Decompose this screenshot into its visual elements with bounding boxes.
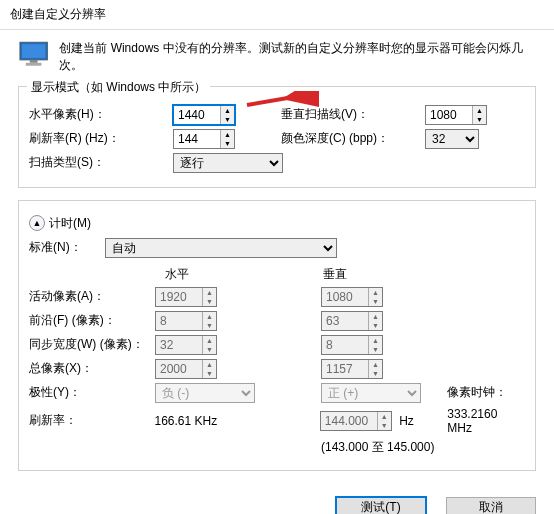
scan-type-label: 扫描类型(S)： — [29, 154, 165, 171]
spin-down-icon[interactable]: ▼ — [473, 115, 486, 124]
spin-up-icon[interactable]: ▲ — [473, 106, 486, 115]
pixel-clock-label: 像素时钟： — [447, 384, 507, 401]
intro-section: 创建当前 Windows 中没有的分辨率。测试新的自定义分辨率时您的显示器可能会… — [18, 40, 536, 74]
v-scanlines-label: 垂直扫描线(V)： — [281, 106, 417, 123]
standard-label: 标准(N)： — [29, 239, 97, 256]
col-v-header: 垂直 — [323, 266, 481, 283]
range-hint: (143.000 至 145.000) — [321, 439, 434, 456]
titlebar: 创建自定义分辨率 — [0, 0, 554, 30]
color-label: 颜色深度(C) (bpp)： — [281, 130, 417, 147]
display-mode-group: 显示模式（如 Windows 中所示） 水平像素(H)： ▲▼ 垂直扫描线(V)… — [18, 86, 536, 188]
active-v: ▲▼ — [321, 287, 383, 307]
test-button[interactable]: 测试(T) — [336, 497, 426, 514]
v-scanlines-input[interactable]: ▲▼ — [425, 105, 487, 125]
spin-down-icon[interactable]: ▼ — [221, 139, 234, 148]
display-mode-legend: 显示模式（如 Windows 中所示） — [27, 79, 210, 96]
collapse-icon[interactable]: ▲ — [29, 215, 45, 231]
h-pixels-input[interactable]: ▲▼ — [173, 105, 235, 125]
button-bar: 测试(T) 取消 — [0, 489, 554, 514]
sync-v: ▲▼ — [321, 335, 383, 355]
front-label: 前沿(F) (像素)： — [29, 312, 147, 329]
h-pixels-label: 水平像素(H)： — [29, 106, 165, 123]
spin-down-icon[interactable]: ▼ — [221, 115, 234, 124]
svg-rect-1 — [22, 44, 45, 58]
active-label: 活动像素(A)： — [29, 288, 147, 305]
total-label: 总像素(X)： — [29, 360, 147, 377]
standard-select[interactable]: 自动 — [105, 238, 337, 258]
svg-rect-3 — [26, 63, 42, 66]
svg-line-5 — [247, 93, 317, 105]
polarity-label: 极性(Y)： — [29, 384, 147, 401]
polarity-v: 正 (+) — [321, 383, 421, 403]
cancel-button[interactable]: 取消 — [446, 497, 536, 514]
color-depth-select[interactable]: 32 — [425, 129, 479, 149]
spin-up-icon[interactable]: ▲ — [221, 130, 234, 139]
intro-text: 创建当前 Windows 中没有的分辨率。测试新的自定义分辨率时您的显示器可能会… — [59, 40, 536, 74]
spin-up-icon[interactable]: ▲ — [221, 106, 234, 115]
hz-unit: Hz — [399, 414, 414, 428]
refresh-v-input: ▲▼ — [320, 411, 392, 431]
total-v: ▲▼ — [321, 359, 383, 379]
window-title: 创建自定义分辨率 — [10, 7, 106, 21]
scan-type-select[interactable]: 逐行 — [173, 153, 283, 173]
timing-legend: 计时(M) — [49, 215, 91, 232]
polarity-h: 负 (-) — [155, 383, 255, 403]
total-h: ▲▼ — [155, 359, 217, 379]
monitor-icon — [18, 40, 49, 68]
refresh-input[interactable]: ▲▼ — [173, 129, 235, 149]
svg-rect-2 — [30, 60, 38, 63]
sync-label: 同步宽度(W) (像素)： — [29, 336, 147, 353]
col-h-header: 水平 — [165, 266, 323, 283]
front-h: ▲▼ — [155, 311, 217, 331]
timing-group: ▲ 计时(M) 标准(N)： 自动 水平 垂直 活动像素(A)： ▲▼ ▲▼ 前… — [18, 200, 536, 471]
refresh-label: 刷新率(R) (Hz)： — [29, 130, 165, 147]
refresh-h-value: 166.61 KHz — [154, 414, 311, 428]
front-v: ▲▼ — [321, 311, 383, 331]
active-h: ▲▼ — [155, 287, 217, 307]
sync-h: ▲▼ — [155, 335, 217, 355]
refresh-rate-label: 刷新率： — [29, 412, 146, 429]
pixel-clock-value: 333.2160 MHz — [447, 407, 525, 435]
